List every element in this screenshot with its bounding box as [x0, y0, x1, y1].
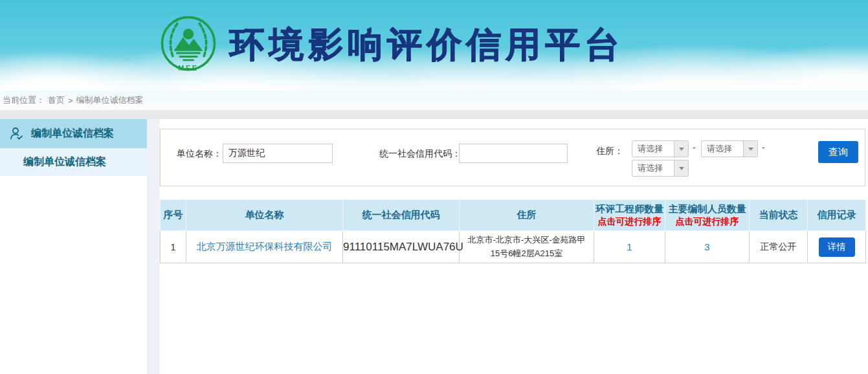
- results-table: 序号 单位名称 统一社会信用代码 住所 环评工程师数量 点击可进行排序 主要编制…: [160, 199, 866, 263]
- sidebar-item-unit-credit-archive[interactable]: 编制单位诚信档案: [0, 119, 147, 148]
- cell-index: 1: [161, 231, 186, 263]
- sidebar-main-gap: [147, 119, 160, 374]
- search-panel: 单位名称： 统一社会信用代码： 住所： 请选择 - 请选择 - 请选择: [160, 129, 865, 186]
- breadcrumb: 当前位置： 首页 > 编制单位诚信档案: [0, 91, 868, 110]
- site-banner: MEE 环境影响评价信用平台: [0, 0, 868, 91]
- col-header-engineer-count[interactable]: 环评工程师数量 点击可进行排序: [594, 200, 665, 231]
- sort-hint[interactable]: 点击可进行排序: [594, 215, 665, 228]
- query-button[interactable]: 查询: [818, 141, 858, 163]
- col-header-engineer-count-label: 环评工程师数量: [595, 203, 663, 214]
- page: MEE 环境影响评价信用平台 当前位置： 首页 > 编制单位诚信档案 编制单位诚…: [0, 0, 868, 374]
- chevron-down-icon[interactable]: [743, 141, 757, 157]
- address-dash: -: [762, 142, 765, 153]
- unit-name-link[interactable]: 北京万源世纪环保科技有限公司: [197, 241, 333, 252]
- breadcrumb-prefix: 当前位置：: [3, 94, 45, 106]
- breadcrumb-separator: >: [68, 96, 73, 105]
- cell-status: 正常公开: [750, 231, 808, 263]
- district-select[interactable]: 请选择: [632, 160, 689, 177]
- col-header-credit-record: 信用记录: [808, 200, 866, 231]
- detail-button[interactable]: 详情: [819, 237, 855, 257]
- sidebar-item-label: 编制单位诚信档案: [31, 127, 114, 140]
- table-header-row: 序号 单位名称 统一社会信用代码 住所 环评工程师数量 点击可进行排序 主要编制…: [161, 200, 866, 231]
- col-header-status: 当前状态: [750, 200, 808, 231]
- address-dash: -: [693, 142, 696, 153]
- col-header-unit-name: 单位名称: [186, 200, 343, 231]
- credit-code-label: 统一社会信用代码：: [379, 144, 461, 163]
- credit-code-input[interactable]: [459, 144, 568, 163]
- district-select-value: 请选择: [632, 162, 674, 174]
- unit-name-input[interactable]: [223, 144, 333, 163]
- city-select-value: 请选择: [702, 143, 743, 155]
- cell-staff-count: 3: [665, 231, 750, 263]
- body-row: 编制单位诚信档案 编制单位诚信档案 单位名称： 统一社会信用代码： 住所： 请选…: [0, 119, 868, 374]
- province-select-value: 请选择: [632, 143, 674, 155]
- sidebar: 编制单位诚信档案 编制单位诚信档案: [0, 119, 147, 374]
- chevron-down-icon[interactable]: [674, 160, 688, 176]
- main-content: 单位名称： 统一社会信用代码： 住所： 请选择 - 请选择 - 请选择: [160, 119, 868, 374]
- col-header-address: 住所: [460, 200, 594, 231]
- cell-credit-code: 91110115MA7LWUA76U: [343, 231, 460, 263]
- breadcrumb-current: 编制单位诚信档案: [76, 94, 144, 106]
- cell-address: 北京市-北京市-大兴区-金苑路甲15号6幢2层A215室: [460, 231, 594, 263]
- col-header-staff-count[interactable]: 主要编制人员数量 点击可进行排序: [665, 200, 750, 231]
- mee-logo-icon: MEE: [159, 15, 217, 73]
- brand: MEE 环境影响评价信用平台: [159, 14, 624, 74]
- chevron-down-icon[interactable]: [674, 141, 688, 157]
- col-header-credit-code: 统一社会信用代码: [343, 200, 460, 231]
- cell-credit-record: 详情: [808, 231, 866, 263]
- cell-unit-name: 北京万源世纪环保科技有限公司: [186, 231, 343, 263]
- user-check-icon: [9, 126, 25, 142]
- city-select[interactable]: 请选择: [701, 140, 758, 157]
- mee-logo-text: MEE: [178, 64, 198, 72]
- table-row: 1 北京万源世纪环保科技有限公司 91110115MA7LWUA76U 北京市-…: [161, 231, 866, 263]
- col-header-index: 序号: [161, 200, 186, 231]
- cell-engineer-count: 1: [594, 231, 665, 263]
- col-header-staff-count-label: 主要编制人员数量: [669, 203, 746, 214]
- unit-name-label: 单位名称：: [177, 144, 222, 163]
- staff-count-link[interactable]: 3: [704, 241, 709, 252]
- sidebar-subitem-label: 编制单位诚信档案: [23, 155, 106, 169]
- engineer-count-link[interactable]: 1: [627, 241, 632, 252]
- address-label: 住所：: [596, 141, 623, 160]
- sidebar-subitem-unit-credit-archive[interactable]: 编制单位诚信档案: [0, 148, 147, 176]
- province-select[interactable]: 请选择: [632, 140, 689, 157]
- divider-strip: [0, 110, 868, 119]
- sort-hint[interactable]: 点击可进行排序: [665, 215, 749, 228]
- breadcrumb-home-link[interactable]: 首页: [48, 94, 65, 106]
- site-title: 环境影响评价信用平台: [229, 14, 624, 74]
